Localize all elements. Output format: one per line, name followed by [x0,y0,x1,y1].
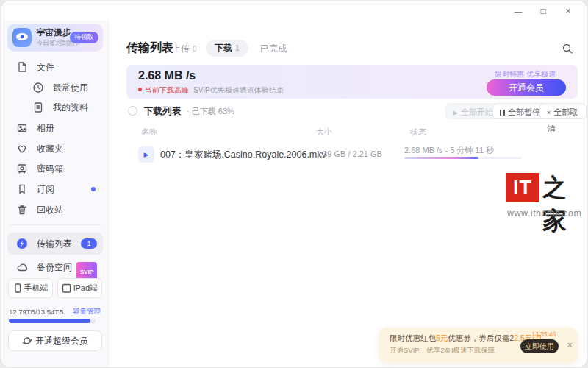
ipad-client-button[interactable]: iPad端 [57,278,102,298]
sidebar-item-my-docs[interactable]: 我的资料 [7,98,103,117]
select-all-checkbox[interactable] [128,106,137,116]
row-play-button[interactable]: ▶ [138,146,154,163]
bookmark-icon [16,183,28,195]
column-header-name: 名称 [141,127,157,138]
promo-line2: 开通SVIP，优享24H极速下载保障 [390,346,495,355]
speed-banner: 2.68 MB /s 当前下载高峰SVIP优先极速通道体验结束 限时特惠 优享极… [126,65,578,99]
download-list-title: 下载列表 [144,105,181,118]
minimize-icon[interactable]: — [510,4,526,18]
tab-completed[interactable]: 已完成 [260,43,287,55]
storage-manage-link[interactable]: 容量管理 [73,307,101,316]
app-window: — □ × 宇宙漫步 今日签到刮刮卡 待领取 文件 最常使用 我的资料 相册 [1,1,587,367]
user-name: 宇宙漫步 [37,27,71,38]
sidebar: 宇宙漫步 今日签到刮刮卡 待领取 文件 最常使用 我的资料 相册 收藏夹 密码箱 [1,21,109,367]
close-icon[interactable]: × [560,4,576,18]
download-progress-fill [404,157,478,159]
trash-icon [16,204,28,216]
file-size: 1.39 GB / 2.21 GB [316,149,382,158]
document-icon [32,102,44,113]
page-title: 传输列表 [126,40,173,56]
avatar [12,28,32,47]
play-icon: ▶ [453,109,458,116]
transfer-count-badge: 1 [81,238,97,249]
download-status: 2.68 MB /s - 5 分钟 11 秒 [404,145,494,156]
sidebar-item-backup-space[interactable]: 备份空间 SVIP [7,258,103,277]
sidebar-divider [9,224,101,225]
promo-close-icon[interactable]: × [567,339,573,350]
download-progress-bar [404,157,522,159]
search-icon[interactable] [562,43,573,54]
promo-line1: 限时优惠红包5元优惠券，券后仅需22.5元/月 [390,333,542,344]
sidebar-item-subscriptions[interactable]: 订阅 [7,180,103,199]
speed-note: 当前下载高峰SVIP优先极速通道体验结束 [138,85,284,96]
clock-icon [32,82,44,93]
user-card[interactable]: 宇宙漫步 今日签到刮刮卡 待领取 [7,24,103,52]
claim-badge[interactable]: 待领取 [70,32,99,43]
maximize-icon[interactable]: □ [535,4,551,18]
sidebar-item-recycle-bin[interactable]: 回收站 [7,200,103,219]
download-speed: 2.68 MB /s [138,69,196,82]
tablet-icon [62,283,71,293]
open-membership-button[interactable]: 开通会员 [487,79,566,96]
sidebar-item-albums[interactable]: 相册 [7,118,103,138]
x-icon: × [547,109,551,116]
photo-icon [16,122,28,134]
cloud-icon [16,261,28,273]
column-header-status: 状态 [410,127,426,138]
cancel-all-button[interactable]: ×全部取消 [539,103,587,119]
upgrade-svip-button[interactable]: 开通超级会员 [8,330,102,351]
phone-client-button[interactable]: 手机端 [8,278,53,298]
red-dot-icon [138,88,142,91]
use-coupon-button[interactable]: 立即使用 [520,339,559,353]
pause-icon [500,110,505,116]
storage-bar [9,319,96,323]
promo-banner: 限时优惠红包5元优惠券，券后仅需22.5元/月 开通SVIP，优享24H极速下载… [379,328,578,363]
tab-upload[interactable]: 上传0 [172,43,197,55]
sidebar-item-recent[interactable]: 最常使用 [7,78,103,97]
planet-icon [22,336,32,346]
ithome-url: www.ithome.com [507,208,581,219]
column-header-size: 大小 [316,127,332,138]
sidebar-item-favorites[interactable]: 收藏夹 [7,139,103,158]
notification-dot [91,187,96,191]
safe-icon [16,163,28,174]
heart-icon [16,143,28,155]
ithome-logo-it: IT [506,173,539,202]
sidebar-item-files[interactable]: 文件 [7,57,103,77]
file-name: 007：皇家赌场.Casino.Royale.2006.mkv [160,149,326,161]
storage-bar-fill [9,319,90,323]
banner-promo-note: 限时特惠 优享极速 [495,69,556,79]
ithome-logo-home: 之家 [542,171,587,238]
storage-usage: 12.79TB/13.54TB [9,308,63,316]
phone-icon [13,283,22,293]
file-icon [16,61,28,73]
sidebar-item-transfer-list[interactable]: 传输列表 1 [7,233,103,255]
tab-download[interactable]: 下载1 [206,40,248,57]
sidebar-item-safe-box[interactable]: 密码箱 [7,159,103,178]
promo-countdown: 13:35:46 [531,330,556,338]
downloaded-percent: · 已下载 63% [187,106,234,117]
transfer-lightning-icon [16,238,28,250]
